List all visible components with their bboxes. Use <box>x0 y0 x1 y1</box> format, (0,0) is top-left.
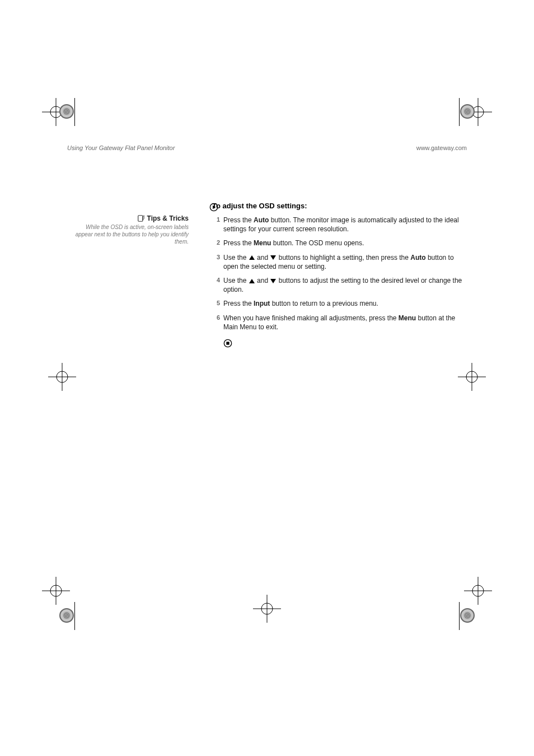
step-body: Press the Input button to return to a pr… <box>223 299 467 308</box>
step-item: 1Press the Auto button. The monitor imag… <box>212 216 467 234</box>
step-number: 2 <box>212 239 220 248</box>
triangle-down-icon <box>270 255 276 260</box>
triangle-up-icon <box>249 255 255 260</box>
step-number: 6 <box>212 314 220 332</box>
tips-label: Tips & Tricks <box>147 214 189 222</box>
svg-rect-0 <box>138 216 142 222</box>
step-item: 4Use the and buttons to adjust the setti… <box>212 276 467 294</box>
header-left: Using Your Gateway Flat Panel Monitor <box>67 144 175 151</box>
step-body: Press the Menu button. The OSD menu open… <box>223 239 467 248</box>
play-icon <box>209 203 218 212</box>
registration-mark <box>464 577 492 605</box>
page-header: Using Your Gateway Flat Panel Monitor ww… <box>67 144 467 151</box>
step-body: Use the and buttons to adjust the settin… <box>223 276 467 294</box>
stop-icon <box>223 339 232 348</box>
registration-mark <box>48 363 76 391</box>
registration-mark <box>253 595 281 623</box>
tips-body: While the OSD is active, on-screen label… <box>67 223 189 245</box>
step-item: 3Use the and buttons to highlight a sett… <box>212 253 467 271</box>
triangle-down-icon <box>270 279 276 283</box>
step-item: 2Press the Menu button. The OSD menu ope… <box>212 239 467 248</box>
corner-mark <box>59 104 74 119</box>
step-body: Press the Auto button. The monitor image… <box>223 216 467 234</box>
step-body: Use the and buttons to highlight a setti… <box>223 253 467 271</box>
crop-line <box>459 602 460 630</box>
tips-header: Tips & Tricks <box>67 214 189 222</box>
registration-mark <box>458 363 486 391</box>
crop-line <box>459 98 460 126</box>
step-number: 3 <box>212 253 220 271</box>
corner-mark <box>59 608 74 623</box>
corner-mark <box>460 104 475 119</box>
corner-mark <box>460 608 475 623</box>
step-body: When you have finished making all adjust… <box>223 314 467 332</box>
registration-mark <box>42 577 70 605</box>
step-number: 1 <box>212 216 220 234</box>
content-area: Tips & Tricks While the OSD is active, o… <box>67 202 467 350</box>
step-number: 5 <box>212 299 220 308</box>
step-item: 5Press the Input button to return to a p… <box>212 299 467 308</box>
triangle-up-icon <box>249 279 255 283</box>
step-item: 6When you have finished making all adjus… <box>212 314 467 332</box>
svg-rect-3 <box>226 342 229 344</box>
main-content: To adjust the OSD settings: 1Press the A… <box>199 202 467 350</box>
step-number: 4 <box>212 276 220 294</box>
crop-line <box>74 98 75 126</box>
header-right: www.gateway.com <box>416 144 467 151</box>
section-title: To adjust the OSD settings: <box>212 202 467 210</box>
sidebar-tip: Tips & Tricks While the OSD is active, o… <box>67 202 199 350</box>
steps-list: 1Press the Auto button. The monitor imag… <box>199 216 467 332</box>
tips-icon <box>137 214 145 222</box>
crop-line <box>74 602 75 630</box>
